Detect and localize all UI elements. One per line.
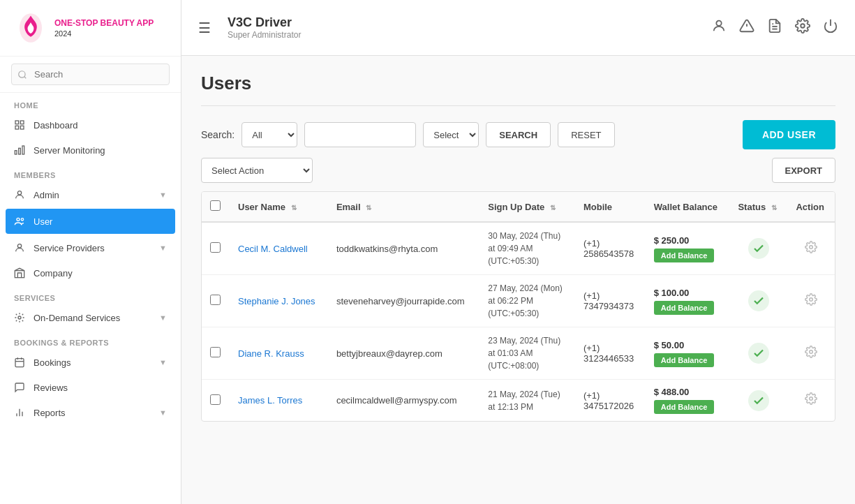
document-icon[interactable] xyxy=(767,18,782,37)
svg-point-13 xyxy=(17,244,21,248)
company-label: Company xyxy=(34,268,167,279)
app-logo-icon xyxy=(14,11,47,45)
status-select[interactable]: Select Status Active Inactive xyxy=(423,122,479,147)
power-icon[interactable] xyxy=(823,18,838,37)
user-name-link[interactable]: Cecil M. Caldwell xyxy=(238,244,308,254)
add-balance-button[interactable]: Add Balance xyxy=(654,301,715,315)
user-email: toddkwatkins@rhyta.com xyxy=(328,222,479,275)
user-email: cecilmcaldwell@armyspy.com xyxy=(328,380,479,422)
search-text-input[interactable] xyxy=(304,122,416,147)
row-checkbox[interactable] xyxy=(210,242,221,253)
action-gear-icon[interactable] xyxy=(796,346,826,362)
svg-point-28 xyxy=(801,24,805,28)
sidebar-item-user[interactable]: User xyxy=(6,209,175,234)
add-balance-button[interactable]: Add Balance xyxy=(654,249,715,262)
people-icon xyxy=(14,216,25,227)
section-bookings-reports-label: BOOKINGS & REPORTS xyxy=(0,330,181,350)
user-mobile: (+1)2586543578 xyxy=(575,222,646,275)
th-signup-date[interactable]: Sign Up Date ⇅ xyxy=(479,192,575,222)
user-wallet: $ 488.00 Add Balance xyxy=(646,380,730,422)
user-wallet: $ 100.00 Add Balance xyxy=(646,275,730,327)
sidebar-item-bookings[interactable]: Bookings ▼ xyxy=(0,350,181,375)
export-button[interactable]: EXPORT xyxy=(772,158,835,183)
hamburger-icon[interactable]: ☰ xyxy=(198,20,211,36)
user-signup-date: 27 May, 2024 (Mon)at 06:22 PM(UTC:+05:30… xyxy=(479,275,575,327)
user-mobile: (+1)3475172026 xyxy=(575,380,646,422)
status-badge xyxy=(748,290,769,311)
search-bar-row: Search: All Name Email Mobile Select Sta… xyxy=(201,120,835,149)
row-checkbox[interactable] xyxy=(210,394,221,405)
check-icon xyxy=(752,394,765,407)
add-balance-button[interactable]: Add Balance xyxy=(654,400,715,414)
topbar-title-block: V3C Driver Super Administrator xyxy=(228,15,700,40)
user-signup-date: 21 May, 2024 (Tue)at 12:13 PM xyxy=(479,380,575,422)
service-providers-label: Service Providers xyxy=(34,243,151,253)
table-row: Diane R. Krauss bettyjbreaux@dayrep.com … xyxy=(202,327,835,380)
user-name-link[interactable]: James L. Torres xyxy=(238,395,302,406)
reviews-icon xyxy=(14,382,25,393)
svg-rect-9 xyxy=(15,151,17,154)
select-all-checkbox[interactable] xyxy=(210,200,221,211)
user-name-link[interactable]: Stephanie J. Jones xyxy=(238,296,315,306)
action-gear-icon[interactable] xyxy=(796,241,826,257)
table-row: James L. Torres cecilmcaldwell@armyspy.c… xyxy=(202,380,835,422)
svg-point-30 xyxy=(810,245,813,249)
action-gear-icon[interactable] xyxy=(796,392,826,408)
settings-icon[interactable] xyxy=(795,18,810,37)
user-signup-date: 30 May, 2024 (Thu)at 09:49 AM(UTC:+05:30… xyxy=(479,222,575,275)
sidebar-item-reports[interactable]: Reports ▼ xyxy=(0,400,181,425)
search-button[interactable]: SEARCH xyxy=(486,122,551,147)
th-checkbox xyxy=(202,192,230,222)
action-select[interactable]: Select Action Delete Active Inactive xyxy=(201,158,313,183)
status-badge xyxy=(748,238,769,259)
user-wallet: $ 50.00 Add Balance xyxy=(646,327,730,380)
sidebar-item-server-monitoring[interactable]: Server Monitoring xyxy=(0,138,181,163)
sidebar-item-company[interactable]: Company xyxy=(0,260,181,286)
svg-rect-7 xyxy=(22,146,24,154)
alert-icon[interactable] xyxy=(739,18,754,37)
topbar-title: V3C Driver xyxy=(228,15,700,30)
action-gear-icon[interactable] xyxy=(796,293,826,309)
svg-rect-5 xyxy=(15,126,19,129)
bar-chart-icon xyxy=(14,144,25,156)
reset-button[interactable]: RESET xyxy=(558,122,614,147)
section-services-label: SERVICES xyxy=(0,286,181,305)
add-balance-button[interactable]: Add Balance xyxy=(654,353,715,367)
th-username[interactable]: User Name ⇅ xyxy=(230,192,328,222)
search-icon xyxy=(17,70,27,80)
svg-point-10 xyxy=(17,191,21,195)
svg-rect-16 xyxy=(15,359,24,367)
admin-label: Admin xyxy=(34,190,151,200)
user-icon[interactable] xyxy=(711,18,727,37)
table-row: Cecil M. Caldwell toddkwatkins@rhyta.com… xyxy=(202,222,835,275)
on-demand-services-label: On-Demand Services xyxy=(34,313,151,323)
bookings-label: Bookings xyxy=(34,357,151,368)
svg-point-1 xyxy=(19,71,25,77)
server-monitoring-label: Server Monitoring xyxy=(34,145,167,156)
th-email[interactable]: Email ⇅ xyxy=(328,192,479,222)
building-icon xyxy=(14,267,25,279)
sidebar-item-admin[interactable]: Admin ▼ xyxy=(0,182,181,207)
svg-point-33 xyxy=(810,397,813,401)
sidebar: ONE-STOP BEAUTY APP 2024 HOME Dashboard … xyxy=(0,0,181,504)
svg-rect-4 xyxy=(20,121,24,124)
page-content: Users Search: All Name Email Mobile Sele… xyxy=(181,56,855,504)
person-icon xyxy=(14,189,25,200)
search-filter-select[interactable]: All Name Email Mobile xyxy=(241,122,297,147)
th-status[interactable]: Status ⇅ xyxy=(729,192,787,222)
action-row: Select Action Delete Active Inactive EXP… xyxy=(201,158,835,183)
person-outline-icon xyxy=(14,242,25,253)
sidebar-item-service-providers[interactable]: Service Providers ▼ xyxy=(0,235,181,260)
add-user-button[interactable]: ADD USER xyxy=(743,120,835,149)
sidebar-search-input[interactable] xyxy=(11,64,170,85)
sidebar-item-on-demand-services[interactable]: On-Demand Services ▼ xyxy=(0,305,181,330)
reviews-label: Reviews xyxy=(34,383,167,393)
th-action: Action xyxy=(787,192,835,222)
row-checkbox[interactable] xyxy=(210,295,221,305)
sidebar-item-reviews[interactable]: Reviews xyxy=(0,375,181,400)
row-checkbox[interactable] xyxy=(210,347,221,357)
user-name-link[interactable]: Diane R. Krauss xyxy=(238,348,304,359)
reports-label: Reports xyxy=(34,408,151,418)
sidebar-item-dashboard[interactable]: Dashboard xyxy=(0,112,181,138)
check-icon xyxy=(752,295,765,307)
